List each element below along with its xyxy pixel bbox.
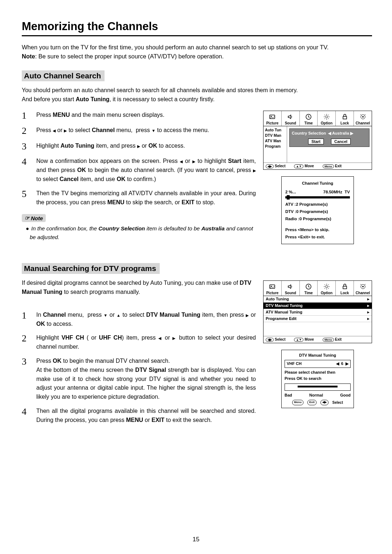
- step-body: Highlight Auto Tuning item, and press ▶ …: [36, 141, 256, 151]
- section1-intro: You should perform an auto channel searc…: [22, 86, 372, 104]
- tab-picture[interactable]: Picture: [264, 111, 282, 126]
- step-body: Press OK to begin the manual DTV channel…: [36, 357, 256, 402]
- note-text: ●In the confirmation box, the Country Se…: [30, 224, 256, 241]
- sound-icon: [282, 112, 299, 121]
- steps-list-auto: 1Press MENU and the main menu screen dis…: [22, 111, 256, 207]
- svg-point-10: [326, 286, 328, 288]
- svg-point-13: [362, 286, 364, 287]
- step-body: Now a confirmation box appears on the sc…: [36, 157, 256, 184]
- step-body: In Channel menu, press ▼ or ▲ to select …: [36, 311, 256, 329]
- menu-item[interactable]: DTV Manual Tuning▸: [264, 303, 372, 309]
- tab-lock[interactable]: Lock: [336, 281, 354, 296]
- menu-item[interactable]: ATV Manual Tuning▸: [264, 309, 372, 316]
- tab-lock[interactable]: Lock: [336, 111, 354, 126]
- step-item: 1Press MENU and the main menu screen dis…: [22, 111, 256, 121]
- figure-channel-tuning: Channel Tuning 2 %... 78.50MHz TV ATV :2…: [281, 176, 354, 244]
- progress-bar: [285, 196, 350, 198]
- step-number: 5: [22, 189, 30, 200]
- step-number: 1: [22, 311, 30, 321]
- picture-icon: [264, 112, 281, 121]
- figure-menu-dtv: PictureSoundTimeOptionLockChannel Auto T…: [263, 280, 372, 343]
- channel-icon: [354, 282, 372, 291]
- sidebar-item[interactable]: DTV Man: [265, 133, 285, 138]
- step-number: 4: [22, 407, 30, 417]
- menu-item[interactable]: Programme Edit▸: [264, 316, 372, 322]
- section-heading-auto: Auto Channel Search: [22, 70, 105, 81]
- step-item: 1In Channel menu, press ▼ or ▲ to select…: [22, 311, 256, 329]
- intro-paragraph: When you turn on the TV for the first ti…: [22, 43, 372, 61]
- svg-point-6: [362, 116, 364, 118]
- svg-rect-11: [343, 286, 347, 289]
- tab-channel[interactable]: Channel: [354, 281, 372, 296]
- step-number: 1: [22, 111, 30, 121]
- step-body: Then all the digital programs available …: [36, 407, 256, 425]
- page-title: Memorizing the Channels: [22, 20, 372, 33]
- step-number: 4: [22, 157, 30, 167]
- section-heading-manual: Manual Searching for DTV programs: [22, 263, 160, 274]
- page-number: 15: [0, 536, 392, 543]
- step-body: Highlight VHF CH ( or UHF CH) item, pres…: [36, 333, 256, 352]
- step-number: 3: [22, 357, 30, 367]
- step-item: 2Press ◀ or ▶ to select Channel menu, pr…: [22, 126, 256, 136]
- country-popup: Country Selection ◀ Australia ▶ Start Ca…: [289, 128, 369, 147]
- menu-item[interactable]: Auto Tuning▸: [264, 296, 372, 303]
- sidebar-item[interactable]: Program: [265, 144, 285, 149]
- start-button[interactable]: Start: [308, 139, 324, 144]
- step-body: Then the TV begins memorizing all ATV/DT…: [36, 189, 256, 207]
- cancel-button[interactable]: Cancel: [331, 139, 351, 144]
- svg-point-8: [271, 286, 272, 287]
- channel-icon: [354, 112, 372, 121]
- tab-sound[interactable]: Sound: [282, 111, 300, 126]
- figure-menu-country: PictureSoundTimeOptionLockChannel Auto T…: [263, 111, 372, 170]
- step-number: 2: [22, 333, 30, 344]
- time-icon: [300, 112, 318, 121]
- step-body: Press MENU and the main menu screen disp…: [36, 111, 256, 120]
- hintbar: ◀▶Select ▲▼Move MenuExit: [264, 336, 372, 343]
- sidebar-item[interactable]: ATV Man: [265, 138, 285, 144]
- lock-icon: [336, 282, 354, 291]
- tab-time[interactable]: Time: [300, 281, 318, 296]
- step-item: 5Then the TV begins memorizing all ATV/D…: [22, 189, 256, 207]
- svg-point-3: [326, 116, 328, 118]
- step-item: 2Highlight VHF CH ( or UHF CH) item, pre…: [22, 333, 256, 352]
- tab-time[interactable]: Time: [300, 111, 318, 126]
- title-rule: [22, 35, 372, 36]
- step-item: 4Then all the digital programs available…: [22, 407, 256, 425]
- tab-channel[interactable]: Channel: [354, 111, 372, 126]
- tab-option[interactable]: Option: [318, 281, 336, 296]
- steps-list-manual: 1In Channel menu, press ▼ or ▲ to select…: [22, 311, 256, 425]
- step-number: 2: [22, 126, 30, 136]
- picture-icon: [264, 282, 281, 291]
- step-item: 4Now a confirmation box appears on the s…: [22, 157, 256, 184]
- svg-rect-4: [343, 116, 347, 119]
- step-body: Press ◀ or ▶ to select Channel menu, pre…: [36, 126, 256, 135]
- hand-icon: ☞: [25, 215, 29, 221]
- option-icon: [318, 282, 335, 291]
- step-item: 3Press OK to begin the manual DTV channe…: [22, 357, 256, 402]
- sidebar-item[interactable]: Auto Tun: [265, 127, 285, 133]
- note-badge: ☞ Note: [22, 214, 46, 222]
- step-item: 3Highlight Auto Tuning item, and press ▶…: [22, 141, 256, 152]
- tab-option[interactable]: Option: [318, 111, 336, 126]
- tab-sound[interactable]: Sound: [282, 281, 300, 296]
- step-number: 3: [22, 141, 30, 152]
- figure-dtv-manual-tuning: DTV Manual Tuning VHF CH ◀ 6 ▶ Please se…: [281, 350, 354, 408]
- vhf-channel-selector[interactable]: VHF CH ◀ 6 ▶: [285, 360, 351, 368]
- hintbar: ◀▶Select ▲▼Move MenuExit: [264, 163, 372, 169]
- lock-icon: [336, 112, 354, 121]
- tab-picture[interactable]: Picture: [264, 281, 282, 296]
- section2-intro: If desired digital programs cannot be se…: [22, 278, 256, 297]
- sound-icon: [282, 282, 299, 291]
- svg-point-1: [271, 116, 272, 117]
- option-icon: [318, 112, 335, 121]
- time-icon: [300, 282, 318, 291]
